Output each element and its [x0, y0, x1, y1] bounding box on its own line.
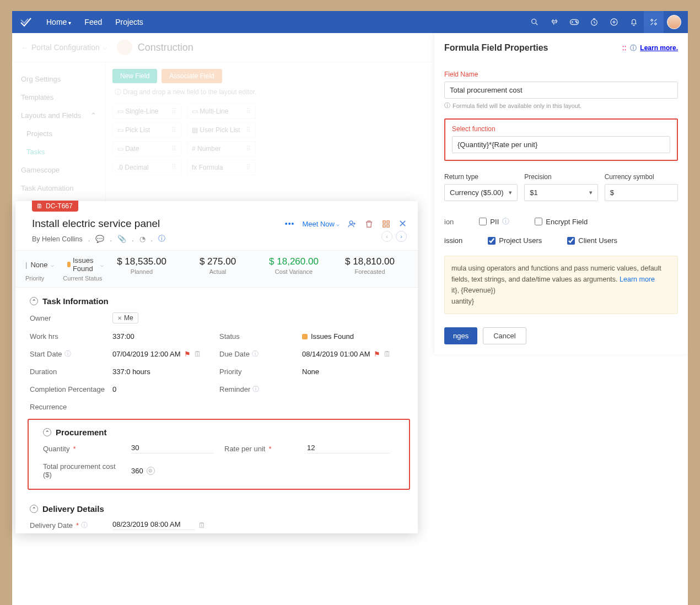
work-hrs-label: Work hrs	[30, 332, 107, 341]
info-icon[interactable]: ⓘ	[158, 234, 165, 244]
next-task-button[interactable]: ›	[396, 231, 407, 242]
quantity-label: Quantity*	[43, 444, 126, 453]
flag-icon[interactable]: ⚑	[374, 350, 380, 358]
tools-icon[interactable]	[644, 11, 664, 33]
sidenav-gamescope[interactable]: Gamescope	[21, 161, 96, 179]
completion-value[interactable]: 0	[112, 385, 214, 394]
nav-projects[interactable]: Projects	[109, 18, 150, 26]
prev-task-button[interactable]: ‹	[381, 231, 392, 242]
delivery-date-label: Delivery Date* ⓘ	[30, 520, 107, 530]
avatar[interactable]	[667, 15, 681, 29]
plug-icon[interactable]	[545, 11, 564, 33]
timer-icon[interactable]: ◔	[139, 235, 146, 243]
bell-icon[interactable]	[624, 11, 644, 33]
delete-icon[interactable]	[364, 219, 374, 229]
associate-field-button[interactable]: Associate Field	[161, 69, 222, 83]
task-title: Install electric service panel	[32, 218, 165, 230]
learn-more-link[interactable]: Learn more.	[640, 44, 678, 52]
back-icon[interactable]: ←	[21, 44, 28, 52]
search-icon[interactable]	[525, 11, 545, 33]
field-user-pick-list[interactable]: ▤ User Pick List⠿	[187, 122, 256, 138]
field-formula[interactable]: fx Formula⠿	[187, 160, 256, 175]
attachment-icon[interactable]: 📎	[117, 235, 126, 243]
sidenav-org[interactable]: Org Settings	[21, 70, 96, 88]
panel-title: Formula Field Properties	[444, 43, 548, 53]
comment-icon[interactable]: 💬	[95, 235, 104, 243]
expand-icon[interactable]	[381, 219, 391, 229]
sidenav-projects[interactable]: Projects	[21, 125, 96, 143]
flag-icon[interactable]: ⚑	[184, 350, 191, 358]
svg-point-3	[577, 22, 578, 23]
duration-label: Duration	[30, 368, 107, 376]
svg-rect-9	[383, 224, 385, 226]
field-date[interactable]: ▭ Date⠿	[112, 141, 181, 156]
timer-icon[interactable]	[584, 11, 604, 33]
calendar-icon[interactable]: 🗓	[198, 521, 206, 530]
chevron-down-icon: ⌵	[103, 44, 107, 51]
sidenav-automation[interactable]: Task Automation	[21, 179, 96, 197]
meet-now-button[interactable]: Meet Now ⌵	[302, 220, 340, 228]
delivery-details-section: ⌃Delivery Details Delivery Date* ⓘ 08/23…	[15, 495, 418, 533]
nav-feed[interactable]: Feed	[78, 18, 109, 26]
collapse-icon[interactable]: ⌃	[30, 297, 38, 305]
truncate-label: ion	[444, 218, 454, 226]
field-pick-list[interactable]: ▭ Pick List⠿	[112, 122, 181, 138]
collapse-icon[interactable]: ⌃	[30, 505, 38, 513]
procurement-section: ⌃Procurement Quantity* 30 Rate per unit*…	[28, 419, 410, 490]
app-logo[interactable]	[12, 15, 40, 29]
encrypt-checkbox[interactable]: Encrypt Field	[535, 218, 588, 226]
rate-per-unit-value[interactable]: 12	[307, 444, 390, 453]
calendar-icon[interactable]: 🗓	[194, 350, 201, 358]
calendar-icon[interactable]: 🗓	[384, 350, 391, 358]
game-icon[interactable]	[564, 11, 584, 33]
save-changes-button[interactable]: nges	[444, 327, 477, 344]
client-users-checkbox[interactable]: Client Users	[567, 236, 617, 245]
help-icon[interactable]: ⓘ	[64, 349, 71, 359]
pii-checkbox[interactable]: PII ⓘ	[479, 217, 509, 226]
nav-home[interactable]: Home▾	[40, 18, 78, 26]
precision-select[interactable]: $1	[524, 184, 597, 201]
cost-variance-value: $ 18,260.00	[256, 256, 332, 267]
formula-input[interactable]	[452, 136, 670, 153]
currency-symbol-input[interactable]	[605, 184, 678, 201]
plus-icon[interactable]	[604, 11, 624, 33]
due-date-value[interactable]: 08/14/2019 01:00 AM⚑🗓	[302, 349, 403, 359]
priority-value[interactable]: None	[302, 368, 403, 376]
field-decimal[interactable]: .0 Decimal⠿	[112, 160, 181, 175]
help-icon[interactable]: ⓘ	[252, 349, 259, 359]
sidenav-layouts[interactable]: Layouts and Fields ⌃	[21, 106, 96, 125]
help-learn-more-link[interactable]: Learn more	[620, 276, 655, 283]
more-menu[interactable]: •••	[285, 219, 295, 228]
help-icon[interactable]: ⓘ	[252, 385, 259, 394]
owner-label: Owner	[30, 312, 107, 323]
breadcrumb-portal[interactable]: Portal Configuration	[31, 43, 100, 52]
cancel-button[interactable]: Cancel	[483, 327, 526, 344]
new-field-button[interactable]: New Field	[112, 69, 157, 83]
status-value: Issues Found	[302, 332, 403, 341]
start-date-value[interactable]: 07/04/2019 12:00 AM⚑🗓	[112, 349, 214, 359]
help-icon: ⓘ	[502, 217, 509, 226]
sidenav-tasks[interactable]: Tasks	[21, 143, 96, 161]
owner-chip[interactable]: Me	[112, 312, 138, 323]
status-color-icon	[67, 262, 70, 267]
select-function-label: Select function	[452, 125, 670, 133]
project-users-checkbox[interactable]: Project Users	[488, 236, 542, 245]
svg-point-2	[575, 21, 577, 22]
return-type-select[interactable]: Currency ($5.00)	[444, 184, 518, 201]
collapse-icon[interactable]: ⌃	[43, 428, 51, 436]
field-name-input[interactable]	[444, 82, 678, 99]
task-pager: ‹ ›	[381, 231, 407, 242]
field-multi-line[interactable]: ▭ Multi-Line⠿	[187, 104, 256, 119]
field-number[interactable]: # Number⠿	[187, 141, 256, 156]
document-icon: 🗎	[36, 202, 43, 210]
help-icon[interactable]: ⓘ	[81, 521, 88, 530]
close-icon[interactable]: ✕	[399, 218, 407, 230]
delivery-date-value[interactable]: 08/23/2019 08:00 AM 🗓	[112, 520, 403, 530]
priority-label: Priority	[219, 368, 297, 376]
precision-label: Precision	[524, 173, 597, 181]
return-type-label: Return type	[444, 173, 518, 181]
field-single-line[interactable]: ▭ Single-Line⠿	[112, 104, 181, 119]
assign-icon[interactable]	[347, 219, 357, 229]
quantity-value[interactable]: 30	[131, 444, 214, 453]
sidenav-templates[interactable]: Templates	[21, 88, 96, 106]
